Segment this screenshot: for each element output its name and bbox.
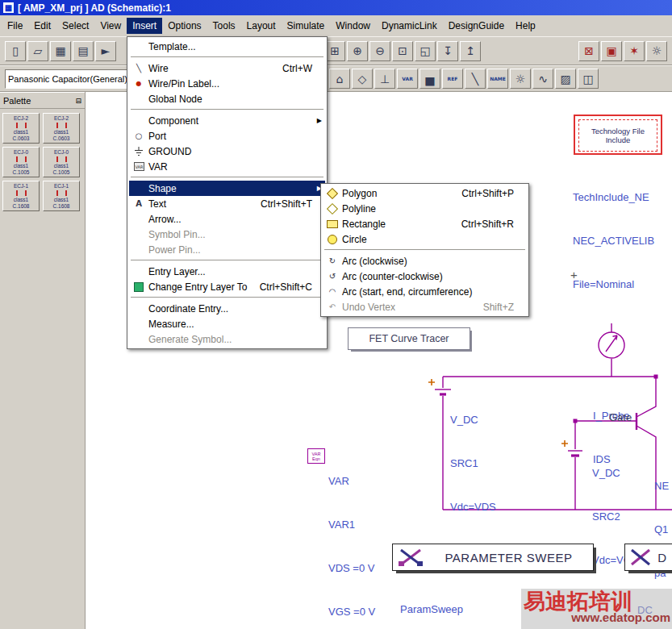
ground-icon	[129, 147, 148, 156]
highlight-button[interactable]: ✶	[624, 41, 645, 61]
menu-item-label: Undo Vertex	[342, 302, 395, 313]
zoom-out-button[interactable]: ⊖	[369, 41, 390, 61]
window-title: [ AMP_XM_prj ] AD (Schematic):1	[18, 2, 171, 14]
menu-item-var[interactable]: VAR VAR	[129, 159, 325, 174]
var-labels[interactable]: VAR VAR1 VDS =0 V VGS =0 V	[328, 445, 375, 629]
menu-item-coordinate-entry[interactable]: Coordinate Entry...	[129, 301, 325, 316]
menu-view[interactable]: View	[94, 18, 127, 34]
submenu-item-arc-cw[interactable]: ↻ Arc (clockwise)	[323, 253, 527, 269]
push-into-button[interactable]: ↧	[437, 41, 458, 61]
menu-shortcut: Shift+Z	[483, 302, 514, 313]
display-template-button[interactable]: ▅	[419, 69, 440, 89]
menu-item-label: VAR	[148, 161, 168, 173]
open-file-button[interactable]: ▱	[27, 41, 48, 61]
palette-item-0[interactable]: ECJ-2 class1 C.0603	[2, 113, 40, 144]
menu-item-power-pin: Power Pin...	[129, 242, 325, 257]
menu-item-entry-layer[interactable]: Entry Layer...	[129, 264, 325, 279]
palette-panel: Palette ⊟ ECJ-2 class1 C.0603 ECJ-2 clas…	[0, 92, 86, 629]
palette-item-5[interactable]: ECJ-1 class1 C.1608	[43, 181, 80, 211]
menu-item-arrow[interactable]: Arrow...	[129, 211, 325, 227]
line-tool-button[interactable]: ╲	[465, 69, 486, 89]
paramsweep-type: ParamSweep	[400, 602, 532, 617]
menu-separator	[131, 109, 323, 110]
submenu-item-rectangle[interactable]: Rectangle Ctrl+Shift+R	[323, 216, 527, 231]
submenu-item-polyline[interactable]: Polyline	[323, 201, 527, 216]
ground-tool-button[interactable]: ⊥	[374, 69, 395, 89]
menu-item-global-node[interactable]: Global Node	[129, 91, 325, 106]
fet-curve-tracer-box[interactable]: FET Curve Tracer	[348, 327, 470, 350]
menu-select[interactable]: Select	[56, 18, 94, 34]
node-tool-button[interactable]: ◇	[352, 69, 373, 89]
dc-simulation-box[interactable]: D	[624, 544, 672, 571]
capacitor-icon	[16, 156, 27, 162]
src1-labels[interactable]: V_DC SRC1 Vdc=VDS	[450, 384, 496, 544]
menu-item-measure[interactable]: Measure...	[129, 316, 325, 331]
menu-item-ground[interactable]: GROUND	[129, 144, 325, 159]
menu-tools[interactable]: Tools	[207, 18, 241, 34]
tune-button[interactable]: ☼	[646, 41, 667, 61]
capacitor-icon	[56, 190, 67, 196]
var-tool-button[interactable]: VAR	[397, 69, 418, 89]
menu-options[interactable]: Options	[162, 18, 207, 34]
menu-item-wire-pin-label[interactable]: ● Wire/Pin Label...	[129, 76, 325, 91]
palette-item-2[interactable]: ECJ-0 class1 C.1005	[2, 147, 40, 177]
pop-out-button[interactable]: ↥	[460, 41, 481, 61]
capacitor-icon	[16, 123, 27, 128]
tech-include-labels: TechInclude_NE NEC_ACTIVELIB File=Nomina…	[573, 161, 654, 321]
plot-tool-button[interactable]: ▨	[555, 69, 576, 89]
submenu-item-arc-sec[interactable]: ◠ Arc (start, end, circumference)	[323, 284, 527, 299]
name-tool-button[interactable]: NAME	[487, 69, 508, 89]
inductor-tool-button[interactable]: ∿	[532, 69, 553, 89]
menu-edit[interactable]: Edit	[28, 18, 56, 34]
menu-item-shape[interactable]: Shape ▶	[129, 181, 325, 196]
var-eqn-icon[interactable]: VAR Eqn	[307, 448, 325, 464]
menu-shortcut: Ctrl+Shift+R	[461, 219, 514, 230]
print-button[interactable]: ▤	[73, 41, 94, 61]
submenu-item-circle[interactable]: Circle	[323, 231, 527, 247]
param-sweep-labels[interactable]: ParamSweep Sweep1 SweepVar="VGS" SimInst…	[400, 574, 532, 629]
ref-tool-button[interactable]: REF	[442, 69, 463, 89]
palette-undock-icon[interactable]: ⊟	[75, 97, 81, 105]
palette-item-1[interactable]: ECJ-2 class1 C.0603	[43, 113, 80, 144]
menu-item-template[interactable]: Template...	[129, 39, 325, 54]
parameter-sweep-box[interactable]: PARAMETER SWEEP	[392, 544, 594, 571]
layout-view-button[interactable]: ◫	[578, 69, 599, 89]
menu-insert[interactable]: Insert	[127, 18, 162, 34]
deactivate-component-button[interactable]: ⊠	[578, 41, 599, 61]
menu-window[interactable]: Window	[330, 18, 376, 34]
gear-button[interactable]: ☼	[510, 69, 531, 89]
submenu-item-arc-ccw[interactable]: ↺ Arc (counter-clockwise)	[323, 269, 527, 284]
var-icon: VAR	[129, 162, 148, 171]
palette-item-3[interactable]: ECJ-0 class1 C.1005	[43, 147, 80, 177]
activate-component-button[interactable]: ▣	[601, 41, 622, 61]
menu-designguide[interactable]: DesignGuide	[443, 18, 510, 34]
src2-labels[interactable]: V_DC SRC2 Vdc=VGS	[592, 437, 638, 597]
menu-item-component[interactable]: Component ▶	[129, 113, 325, 128]
menu-item-label: Arrow...	[148, 214, 182, 225]
zoom-in-button[interactable]: ⊕	[347, 41, 368, 61]
menu-file[interactable]: File	[2, 18, 28, 34]
menu-item-change-entry-layer[interactable]: Change Entry Layer To Ctrl+Shift+C	[129, 279, 325, 294]
new-file-button[interactable]: ▯	[5, 41, 26, 61]
menu-item-port[interactable]: ○ Port	[129, 128, 325, 144]
zoom-full-button[interactable]: ⊡	[392, 41, 413, 61]
menu-help[interactable]: Help	[510, 18, 541, 34]
menu-item-wire[interactable]: ╲ Wire Ctrl+W	[129, 60, 325, 76]
submenu-item-polygon[interactable]: Polygon Ctrl+Shift+P	[323, 185, 527, 201]
toolbar-components: Panasonic Capacitor(General) ▼ ⌂ ◇ ⊥ VAR…	[0, 65, 672, 92]
palette-item-4[interactable]: ECJ-1 class1 C.1608	[2, 181, 40, 211]
dc-tools-icon	[628, 547, 653, 568]
view-all-button[interactable]: ◱	[415, 41, 436, 61]
technology-include-box[interactable]: Technology File Include	[574, 115, 662, 155]
port-tool-button[interactable]: ⌂	[329, 69, 350, 89]
menu-bar: File Edit Select View Insert Options Too…	[0, 15, 672, 36]
menu-dynamiclink[interactable]: DynamicLink	[376, 18, 443, 34]
menu-simulate[interactable]: Simulate	[282, 18, 331, 34]
save-button[interactable]: ▦	[50, 41, 71, 61]
pointer-tool-button[interactable]: ►	[95, 41, 116, 61]
var-icon-text2: Eqn	[312, 456, 320, 461]
menu-layout[interactable]: Layout	[241, 18, 282, 34]
menu-item-label: Polygon	[342, 188, 377, 199]
menu-item-text[interactable]: A Text Ctrl+Shift+T	[129, 196, 325, 211]
title-bar[interactable]: ▦ [ AMP_XM_prj ] AD (Schematic):1	[0, 0, 672, 15]
